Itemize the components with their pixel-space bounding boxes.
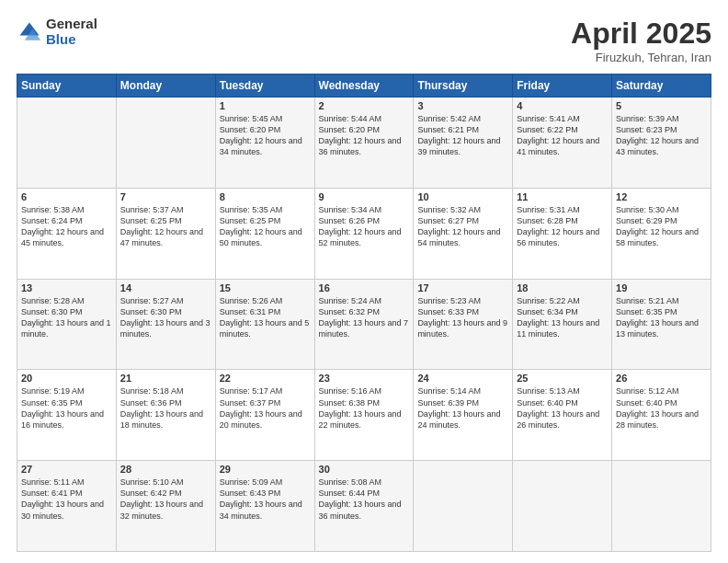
day-info: Sunrise: 5:34 AM Sunset: 6:26 PM Dayligh…	[319, 204, 410, 249]
month-title: April 2025	[571, 17, 711, 51]
weekday-header: Thursday	[414, 75, 513, 98]
calendar-cell: 13Sunrise: 5:28 AM Sunset: 6:30 PM Dayli…	[17, 279, 117, 370]
calendar-cell: 28Sunrise: 5:10 AM Sunset: 6:42 PM Dayli…	[116, 461, 215, 552]
day-number: 25	[517, 373, 608, 384]
calendar-cell: 3Sunrise: 5:42 AM Sunset: 6:21 PM Daylig…	[414, 98, 513, 189]
logo-text: General Blue	[46, 17, 97, 47]
day-info: Sunrise: 5:41 AM Sunset: 6:22 PM Dayligh…	[517, 113, 608, 158]
day-info: Sunrise: 5:14 AM Sunset: 6:39 PM Dayligh…	[417, 385, 508, 431]
day-info: Sunrise: 5:30 AM Sunset: 6:29 PM Dayligh…	[616, 204, 707, 249]
calendar-cell: 23Sunrise: 5:16 AM Sunset: 6:38 PM Dayli…	[314, 370, 414, 461]
weekday-header: Wednesday	[314, 75, 414, 98]
day-number: 2	[319, 100, 410, 111]
calendar-week-row: 1Sunrise: 5:45 AM Sunset: 6:20 PM Daylig…	[17, 98, 711, 189]
logo-general: General	[46, 17, 97, 32]
day-number: 13	[21, 282, 112, 293]
day-number: 27	[21, 464, 112, 475]
day-info: Sunrise: 5:10 AM Sunset: 6:42 PM Dayligh…	[120, 477, 211, 522]
day-number: 14	[120, 282, 211, 293]
calendar-cell	[414, 461, 513, 552]
day-info: Sunrise: 5:39 AM Sunset: 6:23 PM Dayligh…	[616, 113, 707, 158]
calendar-header: SundayMondayTuesdayWednesdayThursdayFrid…	[17, 75, 711, 98]
day-number: 4	[517, 100, 608, 111]
calendar-cell: 17Sunrise: 5:23 AM Sunset: 6:33 PM Dayli…	[414, 279, 513, 370]
day-number: 17	[417, 282, 508, 293]
calendar-cell	[116, 98, 215, 189]
day-number: 12	[616, 191, 707, 202]
calendar-cell: 30Sunrise: 5:08 AM Sunset: 6:44 PM Dayli…	[314, 461, 414, 552]
calendar-cell: 9Sunrise: 5:34 AM Sunset: 6:26 PM Daylig…	[314, 188, 414, 279]
day-info: Sunrise: 5:28 AM Sunset: 6:30 PM Dayligh…	[21, 295, 112, 340]
day-number: 11	[517, 191, 608, 202]
weekday-header: Tuesday	[215, 75, 314, 98]
day-number: 9	[319, 191, 410, 202]
day-number: 28	[120, 464, 211, 475]
calendar-cell: 2Sunrise: 5:44 AM Sunset: 6:20 PM Daylig…	[314, 98, 414, 189]
day-number: 23	[319, 373, 410, 384]
calendar-cell: 16Sunrise: 5:24 AM Sunset: 6:32 PM Dayli…	[314, 279, 414, 370]
day-number: 26	[616, 373, 707, 384]
calendar-cell: 22Sunrise: 5:17 AM Sunset: 6:37 PM Dayli…	[215, 370, 314, 461]
day-info: Sunrise: 5:13 AM Sunset: 6:40 PM Dayligh…	[517, 385, 608, 431]
day-number: 22	[220, 373, 311, 384]
logo-icon	[17, 19, 42, 45]
weekday-header-row: SundayMondayTuesdayWednesdayThursdayFrid…	[17, 75, 711, 98]
calendar-cell: 24Sunrise: 5:14 AM Sunset: 6:39 PM Dayli…	[414, 370, 513, 461]
day-info: Sunrise: 5:45 AM Sunset: 6:20 PM Dayligh…	[220, 113, 311, 158]
day-number: 1	[220, 100, 311, 111]
calendar-cell: 14Sunrise: 5:27 AM Sunset: 6:30 PM Dayli…	[116, 279, 215, 370]
weekday-header: Friday	[513, 75, 612, 98]
calendar-cell	[612, 461, 711, 552]
calendar-cell: 12Sunrise: 5:30 AM Sunset: 6:29 PM Dayli…	[612, 188, 711, 279]
day-info: Sunrise: 5:32 AM Sunset: 6:27 PM Dayligh…	[417, 204, 508, 249]
day-number: 7	[120, 191, 211, 202]
weekday-header: Saturday	[612, 75, 711, 98]
day-info: Sunrise: 5:19 AM Sunset: 6:35 PM Dayligh…	[21, 385, 112, 431]
calendar-cell: 26Sunrise: 5:12 AM Sunset: 6:40 PM Dayli…	[612, 370, 711, 461]
day-info: Sunrise: 5:42 AM Sunset: 6:21 PM Dayligh…	[417, 113, 508, 158]
calendar-cell: 25Sunrise: 5:13 AM Sunset: 6:40 PM Dayli…	[513, 370, 612, 461]
day-info: Sunrise: 5:26 AM Sunset: 6:31 PM Dayligh…	[220, 295, 311, 340]
calendar-cell: 7Sunrise: 5:37 AM Sunset: 6:25 PM Daylig…	[116, 188, 215, 279]
calendar-body: 1Sunrise: 5:45 AM Sunset: 6:20 PM Daylig…	[17, 98, 711, 552]
day-number: 6	[21, 191, 112, 202]
calendar-cell: 29Sunrise: 5:09 AM Sunset: 6:43 PM Dayli…	[215, 461, 314, 552]
calendar-cell: 4Sunrise: 5:41 AM Sunset: 6:22 PM Daylig…	[513, 98, 612, 189]
calendar-cell: 6Sunrise: 5:38 AM Sunset: 6:24 PM Daylig…	[17, 188, 117, 279]
day-info: Sunrise: 5:21 AM Sunset: 6:35 PM Dayligh…	[616, 295, 707, 340]
calendar-cell	[513, 461, 612, 552]
calendar-week-row: 27Sunrise: 5:11 AM Sunset: 6:41 PM Dayli…	[17, 461, 711, 552]
calendar-cell: 1Sunrise: 5:45 AM Sunset: 6:20 PM Daylig…	[215, 98, 314, 189]
day-info: Sunrise: 5:11 AM Sunset: 6:41 PM Dayligh…	[21, 477, 112, 522]
day-info: Sunrise: 5:37 AM Sunset: 6:25 PM Dayligh…	[120, 204, 211, 249]
calendar-table: SundayMondayTuesdayWednesdayThursdayFrid…	[17, 74, 711, 552]
header: General Blue April 2025 Firuzkuh, Tehran…	[17, 17, 711, 64]
day-info: Sunrise: 5:16 AM Sunset: 6:38 PM Dayligh…	[319, 385, 410, 431]
weekday-header: Monday	[116, 75, 215, 98]
title-area: April 2025 Firuzkuh, Tehran, Iran	[571, 17, 711, 64]
day-info: Sunrise: 5:22 AM Sunset: 6:34 PM Dayligh…	[517, 295, 608, 340]
calendar-cell: 15Sunrise: 5:26 AM Sunset: 6:31 PM Dayli…	[215, 279, 314, 370]
day-info: Sunrise: 5:08 AM Sunset: 6:44 PM Dayligh…	[319, 477, 410, 522]
day-info: Sunrise: 5:12 AM Sunset: 6:40 PM Dayligh…	[616, 385, 707, 431]
day-number: 18	[517, 282, 608, 293]
calendar-cell: 8Sunrise: 5:35 AM Sunset: 6:25 PM Daylig…	[215, 188, 314, 279]
calendar-cell: 27Sunrise: 5:11 AM Sunset: 6:41 PM Dayli…	[17, 461, 117, 552]
day-info: Sunrise: 5:23 AM Sunset: 6:33 PM Dayligh…	[417, 295, 508, 340]
day-number: 20	[21, 373, 112, 384]
day-info: Sunrise: 5:31 AM Sunset: 6:28 PM Dayligh…	[517, 204, 608, 249]
day-number: 5	[616, 100, 707, 111]
day-info: Sunrise: 5:17 AM Sunset: 6:37 PM Dayligh…	[220, 385, 311, 431]
day-info: Sunrise: 5:35 AM Sunset: 6:25 PM Dayligh…	[220, 204, 311, 249]
calendar-cell: 19Sunrise: 5:21 AM Sunset: 6:35 PM Dayli…	[612, 279, 711, 370]
page: General Blue April 2025 Firuzkuh, Tehran…	[0, 0, 728, 563]
day-number: 16	[319, 282, 410, 293]
calendar-cell: 5Sunrise: 5:39 AM Sunset: 6:23 PM Daylig…	[612, 98, 711, 189]
day-number: 8	[220, 191, 311, 202]
day-info: Sunrise: 5:09 AM Sunset: 6:43 PM Dayligh…	[220, 477, 311, 522]
day-number: 24	[417, 373, 508, 384]
day-info: Sunrise: 5:44 AM Sunset: 6:20 PM Dayligh…	[319, 113, 410, 158]
day-number: 19	[616, 282, 707, 293]
day-info: Sunrise: 5:24 AM Sunset: 6:32 PM Dayligh…	[319, 295, 410, 340]
calendar-cell: 10Sunrise: 5:32 AM Sunset: 6:27 PM Dayli…	[414, 188, 513, 279]
